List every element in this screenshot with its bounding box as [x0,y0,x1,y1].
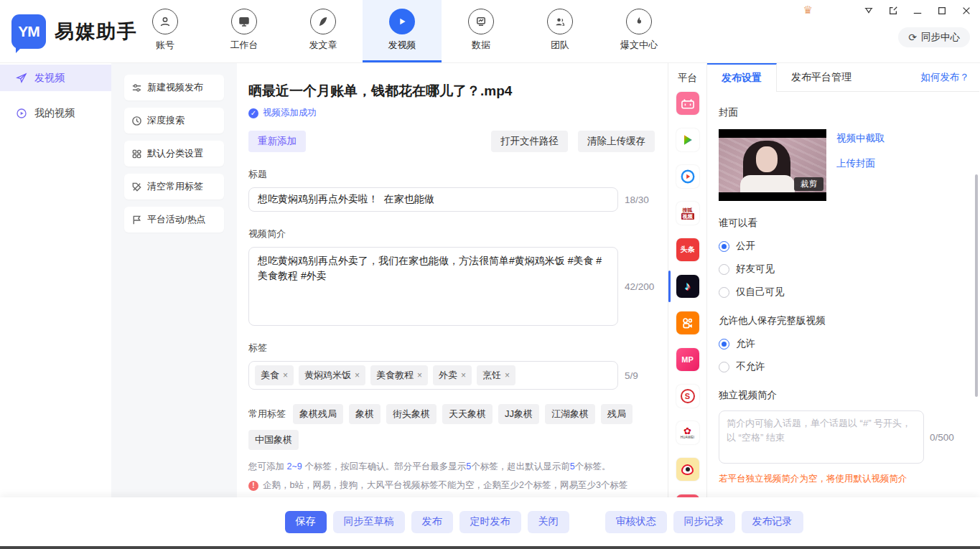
publish-log-button[interactable]: 发布记录 [742,511,803,533]
capture-from-video-link[interactable]: 视频中截取 [836,132,885,145]
allow-save-yes-option[interactable]: 允许 [719,337,968,350]
radio-checked-icon [719,339,729,349]
platform-meipai[interactable]: MP [668,348,706,371]
nav-data[interactable]: 数据 [442,0,521,62]
sohu-video-icon: 搜狐 视频 [676,202,699,225]
douyin-icon: ♪ [676,275,699,298]
panel-tabs: 发布设置 发布平台管理 如何发布？ [707,63,979,92]
content-row: 发视频 我的视频 新建视频发布 深度搜索 默认分类设置 清 [0,63,980,497]
description-textarea[interactable]: 想吃黄焖鸡别再点外卖了，我们在家也能做，方法很简单#黄焖鸡米饭 #美食 #美食教… [248,247,618,326]
independent-desc-counter: 0/500 [930,432,954,443]
remove-tag-icon[interactable]: × [505,370,510,380]
common-tag[interactable]: 街头象棋 [386,404,437,424]
video-status: ✓ 视频添加成功 [248,107,655,119]
video-play-icon [389,9,415,34]
team-icon [547,9,573,34]
title-input[interactable] [248,187,618,212]
visibility-private-option[interactable]: 仅自己可见 [719,286,968,299]
maximize-icon[interactable] [937,6,947,16]
app-logo-icon: YM [11,14,46,49]
common-tag[interactable]: 中国象棋 [248,430,299,450]
platform-tencent-video[interactable] [668,128,706,151]
crop-button[interactable]: 裁剪 [794,177,823,191]
warning-icon: ! [248,481,258,491]
article-pen-icon [310,9,336,34]
sync-log-button[interactable]: 同步记录 [673,511,735,533]
s-logo-icon: S [676,385,699,408]
sidebar-item-publish-video[interactable]: 发视频 [0,65,111,91]
close-button[interactable]: 关闭 [528,511,569,533]
window-bottom-edge [0,546,980,549]
app-window: YM 易媒助手 账号 工作台 发文章 [0,0,980,549]
nav-workspace[interactable]: 工作台 [205,0,284,62]
common-tag[interactable]: 天天象棋 [442,404,493,424]
schedule-publish-button[interactable]: 定时发布 [459,511,521,533]
nav-publish-video[interactable]: 发视频 [363,0,442,62]
open-file-path-button[interactable]: 打开文件路径 [491,131,568,152]
common-tag[interactable]: 象棋 [349,404,381,424]
review-status-button[interactable]: 审核状态 [605,511,667,533]
visibility-public-option[interactable]: 公开 [719,240,968,253]
tags-label: 标签 [248,342,655,355]
left-sidebar: 发视频 我的视频 [0,63,111,497]
sync-to-draft-button[interactable]: 同步至草稿 [333,511,405,533]
nav-hot-center[interactable]: 爆文中心 [599,0,678,62]
platform-kuaishou[interactable] [668,311,706,334]
remove-tag-icon[interactable]: × [417,370,422,380]
independent-desc-textarea[interactable] [719,410,924,464]
sync-center-button[interactable]: ⟳ 同步中心 [898,27,970,47]
tag-chip: 美食教程× [370,365,428,385]
top-bar: YM 易媒助手 账号 工作台 发文章 [0,0,980,63]
new-video-publish-button[interactable]: 新建视频发布 [124,75,224,100]
platform-sohu-video[interactable]: 搜狐 视频 [668,202,706,225]
remove-tag-icon[interactable]: × [355,370,360,380]
platform-activity-button[interactable]: 平台活动/热点 [124,207,224,233]
default-category-button[interactable]: 默认分类设置 [124,141,224,166]
deep-search-button[interactable]: 深度搜索 [124,108,224,133]
platform-toutiao[interactable]: 头条 [668,238,706,261]
upload-cover-link[interactable]: 上传封面 [836,157,885,170]
send-plane-icon [16,72,27,84]
tags-counter: 5/9 [625,370,638,381]
cover-label: 封面 [719,106,968,119]
clear-upload-cache-button[interactable]: 清除上传缓存 [578,131,655,152]
panel-scrollbar[interactable] [975,174,978,397]
radio-icon [719,362,729,372]
platform-huawei[interactable]: ✿ HUAWEI [668,421,706,444]
save-button[interactable]: 保存 [285,511,327,533]
common-tag[interactable]: JJ象棋 [498,404,539,424]
tags-input[interactable]: 美食× 黄焖鸡米饭× 美食教程× 外卖× 烹饪× [248,361,618,390]
platform-rail-label: 平台 [668,72,706,85]
platform-haokan-video[interactable] [668,165,706,188]
cover-thumbnail[interactable]: 裁剪 [719,129,826,201]
tab-platform-management[interactable]: 发布平台管理 [777,63,866,92]
nav-team[interactable]: 团队 [521,0,599,62]
platform-douyin[interactable]: ♪ [668,275,706,298]
nav-account[interactable]: 账号 [126,0,205,62]
tray-arrow-icon[interactable] [864,6,874,16]
file-actions: 重新添加 打开文件路径 清除上传缓存 [248,131,655,152]
remove-tag-icon[interactable]: × [461,370,466,380]
platform-bilibili[interactable] [668,92,706,115]
clear-common-tags-button[interactable]: 清空常用标签 [124,174,224,200]
common-tag[interactable]: 象棋残局 [293,404,343,424]
remove-tag-icon[interactable]: × [283,370,288,380]
platform-weibo[interactable] [668,458,706,481]
visibility-friends-option[interactable]: 好友可见 [719,263,968,276]
tab-publish-settings[interactable]: 发布设置 [707,63,777,92]
common-tag[interactable]: 江湖象棋 [545,404,595,424]
account-icon [152,9,178,34]
re-add-button[interactable]: 重新添加 [248,131,306,152]
minimize-icon[interactable] [913,6,923,16]
common-tag[interactable]: 残局 [601,404,633,424]
publish-button[interactable]: 发布 [411,511,453,533]
sidebar-item-my-videos[interactable]: 我的视频 [0,100,111,126]
nav-publish-article[interactable]: 发文章 [284,0,363,62]
haokan-video-icon [676,165,699,188]
platform-sogou[interactable]: S [668,385,706,408]
allow-save-no-option[interactable]: 不允许 [719,360,968,373]
huawei-icon: ✿ HUAWEI [676,421,699,444]
feedback-icon[interactable] [888,6,898,16]
close-icon[interactable] [961,6,971,16]
how-to-publish-link[interactable]: 如何发布？ [921,71,970,84]
